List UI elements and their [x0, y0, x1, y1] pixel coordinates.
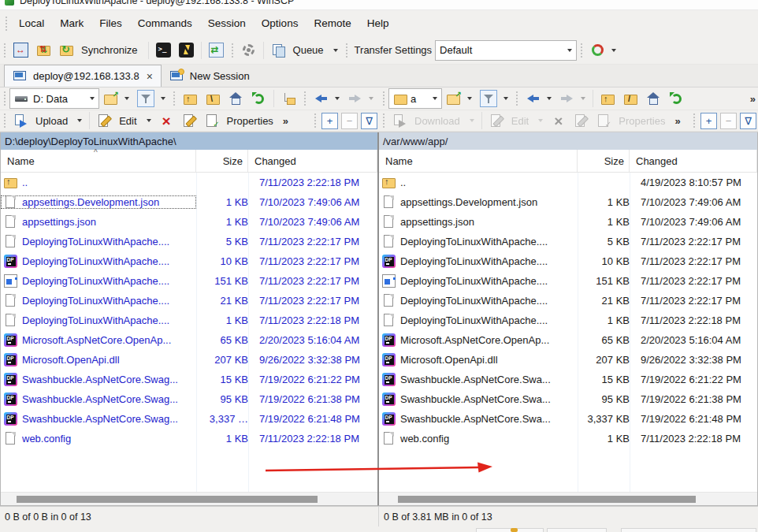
file-row[interactable]: DeployingToLinuxWithApache.... 5 KB 7/11… [1, 232, 377, 251]
open-terminal-button[interactable] [152, 40, 175, 61]
left-filter-button[interactable] [133, 88, 169, 109]
remote-horizontal-scrollbar[interactable] [379, 492, 757, 505]
file-row[interactable]: appsettings.json 1 KB 7/10/2023 7:49:06 … [379, 212, 757, 232]
file-row[interactable]: DeployingToLinuxWithApache.... 1 KB 7/11… [1, 311, 377, 330]
right-delete-button[interactable]: × [547, 110, 570, 131]
right-command-overflow-chevron[interactable]: » [672, 115, 682, 127]
local-horizontal-scrollbar[interactable] [1, 492, 377, 505]
remote-path-bar[interactable]: /var/www/app/ [379, 132, 757, 150]
file-row[interactable]: .. 7/11/2023 2:22:18 PM [1, 173, 377, 192]
queue-button[interactable]: Queue [267, 40, 342, 61]
right-select-filter-button[interactable]: ∇ [740, 113, 756, 129]
preferences-button[interactable] [237, 40, 260, 61]
right-select-plus-button[interactable]: + [700, 113, 717, 129]
right-back-button[interactable] [522, 88, 555, 109]
file-row[interactable]: appsettings.json 1 KB 7/10/2023 7:49:06 … [1, 212, 377, 232]
right-select-minus-button[interactable]: − [720, 113, 737, 129]
synchronize-browsing-folders-button[interactable] [32, 40, 55, 61]
menu-remote[interactable]: Remote [306, 10, 359, 36]
file-row[interactable]: Microsoft.OpenApi.dll 207 KB 9/26/2022 3… [379, 350, 757, 370]
file-row[interactable]: Swashbuckle.AspNetCore.Swag... 3,337 … 7… [1, 409, 377, 429]
transfer-options-button[interactable] [586, 40, 620, 61]
left-edit-button[interactable]: Edit [93, 110, 154, 131]
left-select-minus-button[interactable]: − [341, 113, 358, 129]
scrollbar-thumb[interactable] [398, 496, 696, 503]
swap-panels-button[interactable] [9, 40, 32, 61]
menu-session[interactable]: Session [200, 10, 254, 36]
synchronized-browsing-button[interactable] [205, 40, 228, 61]
left-command-overflow-chevron[interactable]: » [281, 115, 291, 127]
column-header-size[interactable]: Size [578, 150, 630, 172]
left-back-button[interactable] [310, 88, 344, 109]
left-rename-button[interactable] [178, 110, 201, 131]
right-edit-button[interactable]: Edit [485, 110, 547, 131]
file-row[interactable]: appsettings.Development.json 1 KB 7/10/2… [1, 192, 377, 212]
remote-directory-combo[interactable]: a [388, 88, 442, 109]
right-forward-button[interactable] [555, 88, 589, 109]
console-command-button[interactable] [175, 40, 198, 61]
right-home-directory-button[interactable] [642, 88, 665, 109]
menu-commands[interactable]: Commands [130, 10, 200, 36]
left-refresh-button[interactable] [247, 88, 270, 109]
right-open-directory-button[interactable] [442, 88, 476, 109]
upload-button[interactable]: Upload [9, 110, 86, 131]
right-toolbar-overflow-chevron[interactable]: » [748, 93, 758, 105]
file-row[interactable]: Swashbuckle.AspNetCore.Swag... 15 KB 7/1… [1, 370, 377, 389]
menubar-grip[interactable] [5, 16, 8, 32]
right-filter-button[interactable] [476, 88, 512, 109]
menu-help[interactable]: Help [359, 10, 397, 36]
local-path-bar[interactable]: D:\deploy\DeployToLinuxWithApache\ [1, 132, 377, 150]
file-row[interactable]: Microsoft.AspNetCore.OpenAp... 65 KB 2/2… [379, 330, 757, 350]
right-properties-button[interactable]: Properties [593, 110, 672, 131]
column-header-changed[interactable]: Changed [248, 150, 377, 172]
left-home-directory-button[interactable] [225, 88, 247, 109]
column-header-name[interactable]: Name ^ [1, 150, 196, 172]
toolbar-grip[interactable] [3, 43, 6, 58]
drive-combo[interactable]: D: Data [9, 88, 99, 109]
menu-mark[interactable]: Mark [52, 10, 91, 36]
tab-session[interactable]: deploy@192.168.133.8 × [4, 65, 162, 87]
column-header-size[interactable]: Size [196, 150, 248, 172]
left-root-directory-button[interactable] [202, 88, 225, 109]
right-refresh-button[interactable] [665, 88, 688, 109]
file-row[interactable]: DeployingToLinuxWithApache.... 151 KB 7/… [1, 271, 377, 291]
column-header-name[interactable]: Name [379, 150, 578, 172]
right-rename-button[interactable] [570, 110, 593, 131]
left-forward-button[interactable] [344, 88, 377, 109]
file-row[interactable]: Microsoft.AspNetCore.OpenAp... 65 KB 2/2… [1, 330, 377, 350]
file-row[interactable]: DeployingToLinuxWithApache.... 10 KB 7/1… [379, 251, 757, 271]
left-select-filter-button[interactable]: ∇ [361, 113, 377, 129]
left-directory-tree-button[interactable] [277, 88, 300, 109]
scrollbar-thumb[interactable] [17, 496, 318, 503]
left-open-directory-button[interactable] [99, 88, 133, 109]
tab-new-session[interactable]: New Session [162, 65, 258, 87]
left-delete-button[interactable]: × [155, 110, 178, 131]
menu-local[interactable]: Local [11, 10, 52, 36]
right-parent-directory-button[interactable] [596, 88, 619, 109]
file-row[interactable]: DeployingToLinuxWithApache.... 21 KB 7/1… [1, 291, 377, 311]
left-properties-button[interactable]: Properties [201, 110, 281, 131]
file-row[interactable]: DeployingToLinuxWithApache.... 10 KB 7/1… [1, 251, 377, 271]
file-row[interactable]: web.config 1 KB 7/11/2023 2:22:18 PM [1, 429, 377, 448]
left-select-plus-button[interactable]: + [321, 113, 338, 129]
transfer-settings-combo[interactable]: Default [435, 40, 577, 61]
column-header-changed[interactable]: Changed [630, 150, 757, 172]
file-row[interactable]: DeployingToLinuxWithApache.... 1 KB 7/11… [379, 311, 757, 330]
download-button[interactable]: Download [388, 110, 478, 131]
file-row[interactable]: Microsoft.OpenApi.dll 207 KB 9/26/2022 3… [1, 350, 377, 370]
close-session-icon[interactable]: × [145, 70, 153, 83]
file-row[interactable]: DeployingToLinuxWithApache.... 151 KB 7/… [379, 271, 757, 291]
file-row[interactable]: Swashbuckle.AspNetCore.Swa... 15 KB 7/19… [379, 370, 757, 389]
file-row[interactable]: Swashbuckle.AspNetCore.Swa... 3,337 KB 7… [379, 409, 757, 429]
menu-files[interactable]: Files [91, 10, 130, 36]
file-row[interactable]: Swashbuckle.AspNetCore.Swag... 95 KB 7/1… [1, 389, 377, 409]
file-row[interactable]: .. 4/19/2023 8:10:57 PM [379, 173, 757, 192]
right-root-directory-button[interactable] [619, 88, 642, 109]
file-row[interactable]: appsettings.Development.json 1 KB 7/10/2… [379, 192, 757, 212]
file-row[interactable]: web.config 1 KB 7/11/2023 2:22:18 PM [379, 429, 757, 448]
file-row[interactable]: Swashbuckle.AspNetCore.Swa... 95 KB 7/19… [379, 389, 757, 409]
file-row[interactable]: DeployingToLinuxWithApache.... 21 KB 7/1… [379, 291, 757, 311]
synchronize-button[interactable]: Synchronize [55, 40, 145, 61]
left-parent-directory-button[interactable] [179, 88, 202, 109]
file-row[interactable]: DeployingToLinuxWithApache.... 5 KB 7/11… [379, 232, 757, 251]
